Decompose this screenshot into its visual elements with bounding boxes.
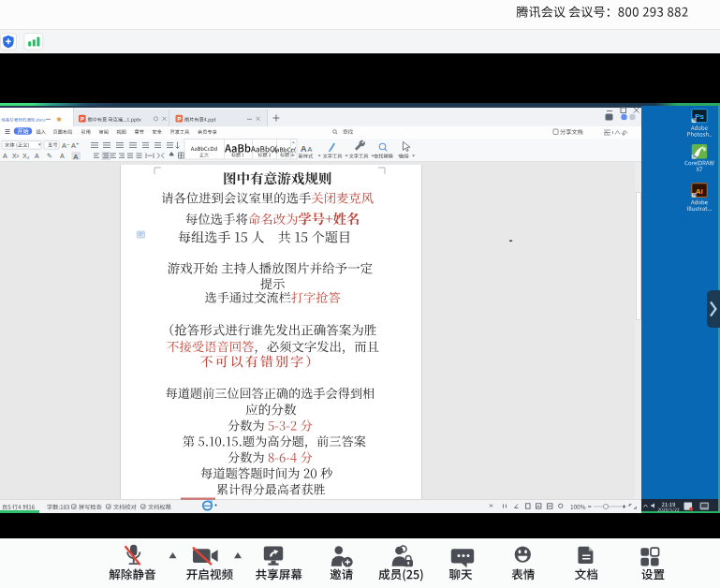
svg-text:A: A bbox=[308, 146, 313, 153]
svg-text:Ps: Ps bbox=[695, 112, 704, 121]
svg-text:P: P bbox=[81, 116, 84, 122]
svg-text:A: A bbox=[74, 154, 79, 160]
svg-text:A: A bbox=[35, 153, 39, 159]
svg-text:A⁻: A⁻ bbox=[62, 141, 70, 150]
svg-text:A⁺: A⁺ bbox=[71, 141, 80, 150]
svg-text:X₂: X₂ bbox=[22, 153, 30, 159]
svg-text:A: A bbox=[301, 144, 307, 154]
svg-text:Ai: Ai bbox=[696, 187, 703, 196]
svg-text:A: A bbox=[3, 153, 7, 159]
svg-text:A: A bbox=[60, 153, 65, 159]
svg-text:✎: ✎ bbox=[47, 153, 52, 159]
svg-text:X²: X² bbox=[12, 153, 20, 159]
svg-text:P: P bbox=[178, 116, 182, 122]
